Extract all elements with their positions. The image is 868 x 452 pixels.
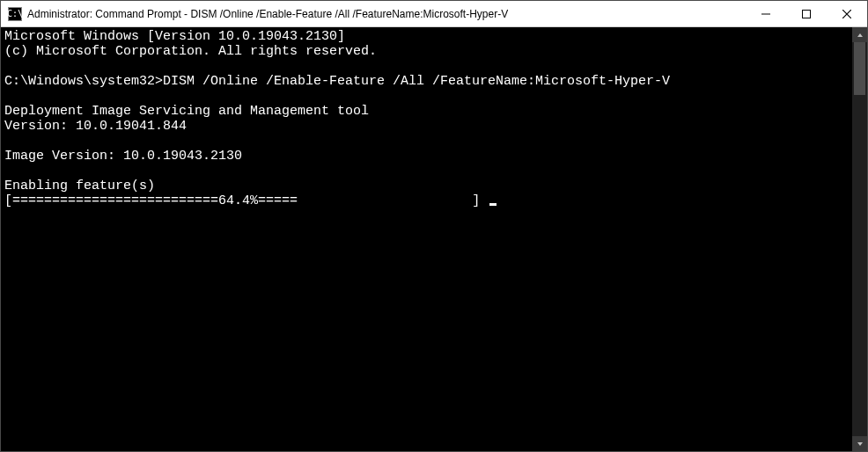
enabling-features-line: Enabling feature(s) (4, 179, 155, 193)
minimize-button[interactable] (746, 1, 786, 26)
scroll-down-button[interactable] (852, 436, 867, 451)
chevron-down-icon (857, 441, 864, 448)
command-prompt-window: C:\ Administrator: Command Prompt - DISM… (0, 0, 868, 452)
scroll-thumb[interactable] (854, 42, 865, 95)
minimize-icon (761, 10, 770, 18)
maximize-button[interactable] (786, 1, 827, 26)
client-area: Microsoft Windows [Version 10.0.19043.21… (1, 27, 867, 451)
vertical-scrollbar[interactable] (852, 27, 867, 451)
close-icon (842, 10, 851, 18)
close-button[interactable] (827, 1, 867, 26)
os-version-line: Microsoft Windows [Version 10.0.19043.21… (4, 29, 345, 44)
chevron-up-icon (857, 32, 864, 39)
progress-fill: ========================== (12, 193, 218, 208)
cursor (489, 203, 497, 206)
progress-percent: 64.4% (218, 193, 258, 208)
svg-rect-0 (761, 13, 770, 14)
maximize-icon (802, 10, 811, 18)
window-controls (746, 1, 867, 26)
progress-bracket-open: [ (4, 193, 12, 208)
terminal-output[interactable]: Microsoft Windows [Version 10.0.19043.21… (1, 27, 852, 451)
scroll-track[interactable] (852, 42, 867, 436)
svg-rect-1 (803, 10, 811, 18)
dism-tool-name: Deployment Image Servicing and Managemen… (4, 104, 369, 119)
copyright-line: (c) Microsoft Corporation. All rights re… (4, 44, 377, 59)
dism-tool-version: Version: 10.0.19041.844 (4, 119, 187, 134)
cmd-icon: C:\ (8, 7, 22, 21)
image-version-line: Image Version: 10.0.19043.2130 (4, 149, 242, 164)
prompt-path: C:\Windows\system32> (4, 74, 163, 89)
scroll-up-button[interactable] (852, 27, 867, 42)
titlebar[interactable]: C:\ Administrator: Command Prompt - DISM… (1, 1, 867, 27)
progress-empty: ===== (258, 193, 472, 208)
entered-command: DISM /Online /Enable-Feature /All /Featu… (163, 74, 670, 89)
window-title: Administrator: Command Prompt - DISM /On… (27, 8, 746, 20)
progress-bracket-close: ] (472, 193, 488, 208)
